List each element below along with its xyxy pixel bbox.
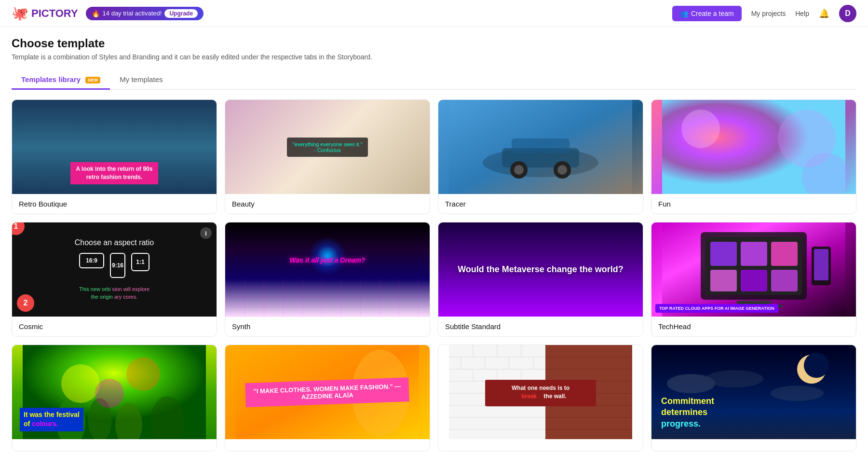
- thumb-tracer: [438, 100, 643, 194]
- tab-my-templates[interactable]: My templates: [110, 70, 172, 90]
- trial-badge: 🔥 14 day trial activated! Upgrade: [86, 7, 204, 20]
- template-card-cosmic[interactable]: 1 i Choose an aspect ratio 16:9 9:16 1:1…: [12, 222, 217, 337]
- flame-icon: 🔥: [92, 10, 100, 17]
- svg-rect-24: [814, 249, 828, 280]
- aspect-11[interactable]: 1:1: [131, 253, 149, 271]
- techhead-label-text: TOP RATED CLOUD APPS FOR AI IMAGE GENERA…: [655, 304, 778, 313]
- beauty-thumb-text: "everything everyone sees it."- Confuciu…: [287, 138, 368, 157]
- header: 🐙 PICTORY 🔥 14 day trial activated! Upgr…: [0, 0, 868, 27]
- svg-rect-20: [771, 270, 798, 291]
- svg-point-32: [95, 379, 124, 408]
- upgrade-button[interactable]: Upgrade: [164, 9, 198, 18]
- create-team-icon: 👥: [680, 10, 688, 17]
- svg-rect-3: [512, 138, 570, 153]
- tab-templates-library-label: Templates library: [21, 75, 81, 83]
- template-card-synth[interactable]: Was it all just a Dream? Synth: [225, 222, 430, 337]
- synth-text: Was it all just a Dream?: [290, 256, 366, 264]
- svg-rect-61: [485, 380, 596, 406]
- svg-point-9: [681, 110, 720, 148]
- thumb-commitment: Commitmentdeterminesprogress.: [651, 345, 856, 439]
- help-link[interactable]: Help: [795, 10, 809, 17]
- bell-icon[interactable]: 🔔: [819, 8, 829, 19]
- template-label-cosmic: Cosmic: [12, 317, 217, 336]
- create-team-label: Create a team: [691, 10, 734, 17]
- template-card-subtitle-standard[interactable]: Would the Metaverse change the world? Su…: [438, 222, 643, 337]
- svg-text:break: break: [521, 393, 537, 400]
- tab-templates-library[interactable]: Templates library NEW: [12, 70, 110, 90]
- avatar[interactable]: D: [839, 5, 856, 22]
- template-card-beauty[interactable]: "everything everyone sees it."- Confuciu…: [225, 99, 430, 214]
- logo[interactable]: 🐙 PICTORY: [12, 5, 78, 21]
- template-label-festival: [12, 439, 217, 451]
- template-label-tracer: Tracer: [438, 194, 643, 214]
- aspect-options: 16:9 9:16 1:1: [79, 253, 149, 278]
- techhead-thumb-svg: [651, 222, 856, 317]
- trial-text: 14 day trial activated!: [103, 10, 162, 17]
- synth-grid: [225, 278, 430, 317]
- tabs-bar: Templates library NEW My templates: [12, 70, 856, 90]
- svg-rect-19: [741, 270, 767, 291]
- info-icon[interactable]: i: [200, 227, 212, 239]
- template-label-wall: [438, 439, 643, 451]
- template-card-techhead[interactable]: TOP RATED CLOUD APPS FOR AI IMAGE GENERA…: [651, 222, 856, 337]
- template-label-retro-boutique: Retro Boutique: [12, 194, 217, 214]
- svg-rect-16: [741, 242, 767, 266]
- template-card-commitment[interactable]: Commitmentdeterminesprogress.: [651, 345, 856, 451]
- aspect-169[interactable]: 16:9: [79, 253, 104, 268]
- thumb-retro-boutique: A look into the return of 90sretro fashi…: [12, 100, 217, 194]
- page-title: Choose template: [12, 37, 856, 50]
- cosmic-subtitle: This new orbi sion will explorethe origi…: [71, 286, 157, 301]
- template-card-fashion[interactable]: "I MAKE CLOTHES. WOMEN MAKE FASHION." — …: [225, 345, 430, 451]
- templates-grid: A look into the return of 90sretro fashi…: [12, 99, 856, 451]
- thumb-synth: Was it all just a Dream?: [225, 222, 430, 317]
- template-label-fun: Fun: [651, 194, 856, 214]
- svg-point-5: [514, 165, 524, 175]
- logo-text: PICTORY: [31, 7, 78, 20]
- template-card-retro-boutique[interactable]: A look into the return of 90sretro fashi…: [12, 99, 217, 214]
- aspect-916[interactable]: 9:16: [110, 253, 125, 278]
- template-label-beauty: Beauty: [225, 194, 430, 214]
- header-right: 👥 Create a team My projects Help 🔔 D: [672, 5, 856, 22]
- thumb-wall: What one needs is to break the wall.: [438, 345, 643, 439]
- new-badge: NEW: [85, 77, 100, 83]
- metaverse-text: Would the Metaverse change the world?: [448, 264, 633, 275]
- wall-thumb-svg: What one needs is to break the wall.: [438, 345, 643, 439]
- page-content: Choose template Template is a combinatio…: [0, 27, 868, 457]
- svg-rect-15: [710, 242, 737, 266]
- thumb-metaverse: Would the Metaverse change the world?: [438, 222, 643, 317]
- thumb-fun: [651, 100, 856, 194]
- svg-point-30: [61, 364, 100, 403]
- thumb-beauty: "everything everyone sees it."- Confuciu…: [225, 100, 430, 194]
- svg-point-67: [804, 353, 829, 378]
- create-team-button[interactable]: 👥 Create a team: [672, 6, 742, 21]
- template-label-techhead: TechHead: [651, 317, 856, 336]
- template-card-wall[interactable]: What one needs is to break the wall.: [438, 345, 643, 451]
- festival-text: It was the festivalof colours.: [20, 408, 83, 431]
- page-subtitle: Template is a combination of Styles and …: [12, 53, 856, 61]
- svg-rect-18: [710, 270, 737, 291]
- svg-point-70: [771, 386, 824, 401]
- tab-my-templates-label: My templates: [120, 75, 163, 83]
- svg-point-69: [705, 370, 763, 388]
- thumb-fashion: "I MAKE CLOTHES. WOMEN MAKE FASHION." — …: [225, 345, 430, 439]
- retro-boutique-thumb-text: A look into the return of 90sretro fashi…: [70, 162, 159, 184]
- thumb-techhead: TOP RATED CLOUD APPS FOR AI IMAGE GENERA…: [651, 222, 856, 317]
- template-card-festival[interactable]: It was the festivalof colours.: [12, 345, 217, 451]
- svg-rect-17: [771, 242, 798, 266]
- aspect-title: Choose an aspect ratio: [75, 238, 154, 247]
- logo-icon: 🐙: [12, 5, 28, 21]
- template-label-subtitle-standard: Subtitle Standard: [438, 317, 643, 336]
- template-card-fun[interactable]: Fun: [651, 99, 856, 214]
- svg-text:What one needs is to: What one needs is to: [512, 385, 570, 391]
- template-label-synth: Synth: [225, 317, 430, 336]
- svg-point-31: [126, 357, 160, 391]
- my-projects-link[interactable]: My projects: [751, 10, 786, 17]
- thumb-cosmic: i Choose an aspect ratio 16:9 9:16 1:1 T…: [12, 222, 217, 317]
- template-label-fashion: [225, 439, 430, 451]
- commitment-text: Commitmentdeterminesprogress.: [661, 396, 714, 429]
- header-left: 🐙 PICTORY 🔥 14 day trial activated! Upgr…: [12, 5, 203, 21]
- template-card-tracer[interactable]: Tracer: [438, 99, 643, 214]
- svg-text:the wall.: the wall.: [543, 393, 566, 400]
- fun-thumb-svg: [651, 100, 856, 194]
- thumb-festival: It was the festivalof colours.: [12, 345, 217, 439]
